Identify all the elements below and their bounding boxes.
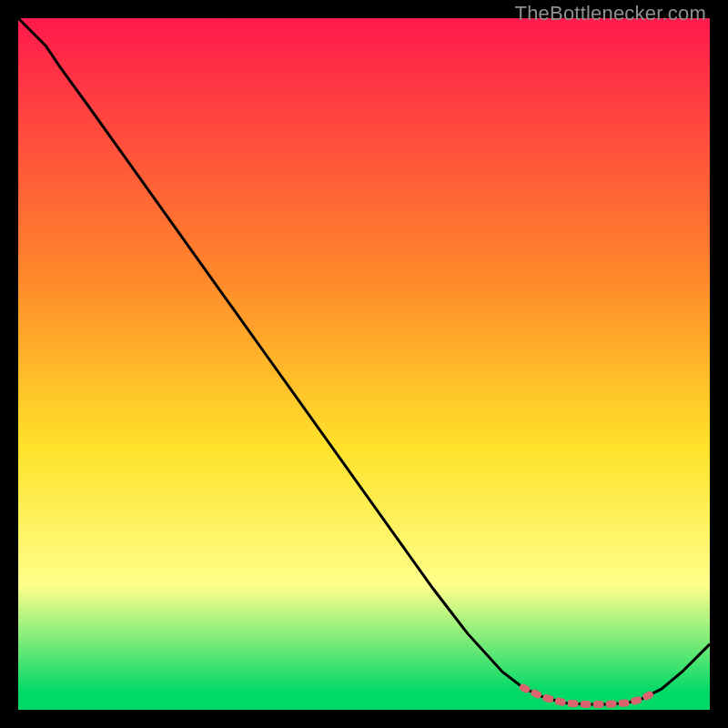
chart-frame (18, 18, 710, 710)
gradient-background (18, 18, 710, 710)
watermark-text: TheBottlenecker.com (515, 2, 706, 25)
bottleneck-chart (18, 18, 710, 710)
